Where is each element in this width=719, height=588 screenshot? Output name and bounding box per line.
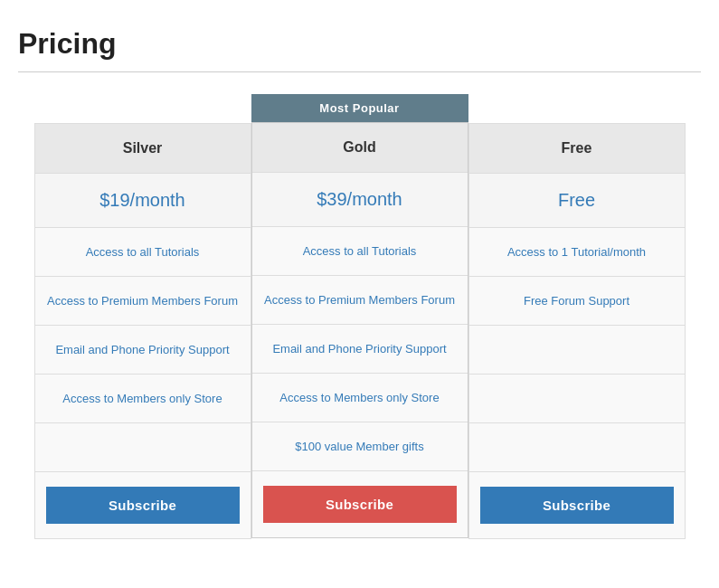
plan-silver: Silver $19/month Access to all Tutorials… [34, 94, 251, 539]
plan-card-silver: Silver $19/month Access to all Tutorials… [34, 123, 251, 539]
plan-gold: Most Popular Gold $39/month Access to al… [251, 94, 468, 538]
plan-feature-free-3 [469, 375, 685, 423]
plan-feature-gold-2: Email and Phone Priority Support [252, 325, 468, 374]
subscribe-button-free[interactable]: Subscribe [480, 487, 674, 524]
subscribe-button-gold[interactable]: Subscribe [263, 486, 457, 523]
plan-name-gold: Gold [252, 123, 468, 173]
most-popular-badge: Most Popular [251, 94, 468, 122]
plan-subscribe-gold: Subscribe [252, 471, 468, 537]
plan-feature-silver-1: Access to Premium Members Forum [35, 277, 251, 326]
plan-price-silver: $19/month [35, 174, 251, 228]
plan-price-free: Free [469, 174, 685, 228]
plan-subscribe-free: Subscribe [469, 472, 685, 538]
plan-name-silver: Silver [35, 124, 251, 174]
plan-free: Free Free Access to 1 Tutorial/month Fre… [468, 94, 686, 539]
badge-spacer-free [468, 94, 686, 123]
plan-feature-silver-2: Email and Phone Priority Support [35, 326, 251, 375]
plan-price-gold: $39/month [252, 173, 468, 227]
plan-subscribe-silver: Subscribe [35, 472, 251, 538]
page-title: Pricing [18, 27, 701, 61]
plan-feature-free-0: Access to 1 Tutorial/month [469, 228, 685, 277]
plan-feature-gold-4: $100 value Member gifts [252, 422, 468, 471]
subscribe-button-silver[interactable]: Subscribe [46, 487, 240, 524]
plan-feature-gold-0: Access to all Tutorials [252, 227, 468, 276]
plan-card-gold: Gold $39/month Access to all Tutorials A… [251, 122, 468, 538]
plan-feature-free-1: Free Forum Support [469, 277, 685, 326]
plan-feature-free-2 [469, 326, 685, 375]
plan-feature-silver-3: Access to Members only Store [35, 375, 251, 423]
badge-spacer-silver [34, 94, 251, 123]
plan-name-free: Free [469, 124, 685, 174]
pricing-container: Silver $19/month Access to all Tutorials… [18, 94, 701, 539]
plan-card-free: Free Free Access to 1 Tutorial/month Fre… [468, 123, 686, 539]
plan-feature-gold-3: Access to Members only Store [252, 374, 468, 422]
divider [18, 71, 701, 72]
plan-feature-free-4 [469, 423, 685, 472]
plan-feature-silver-0: Access to all Tutorials [35, 228, 251, 277]
plan-feature-gold-1: Access to Premium Members Forum [252, 276, 468, 325]
plan-feature-silver-4 [35, 423, 251, 472]
